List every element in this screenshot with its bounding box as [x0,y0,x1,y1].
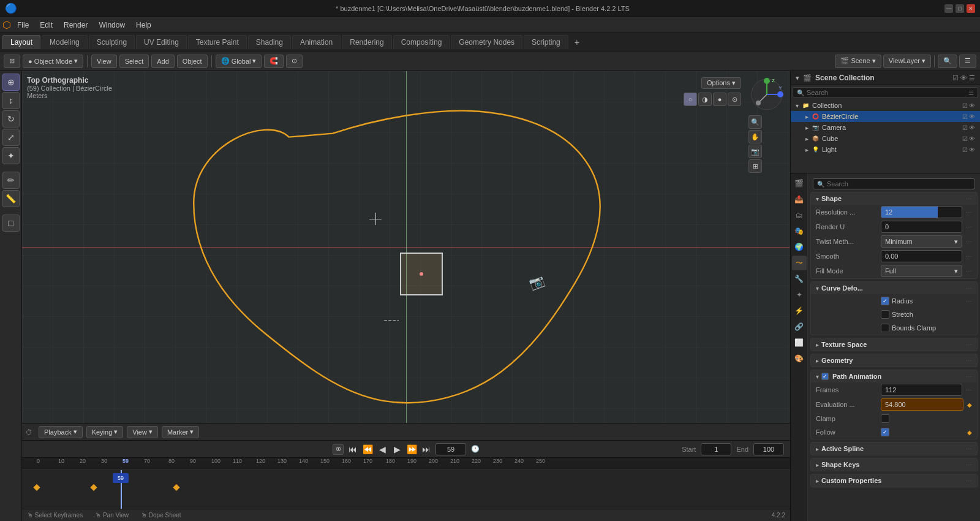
curve-deform-header[interactable]: ▾ Curve Defo... ⋯ [811,282,977,294]
overlay-toggle[interactable]: ⊙ [728,93,741,106]
menu-help[interactable]: Help [131,20,156,31]
mode-selector[interactable]: ● Object Mode ▾ [23,55,83,68]
view-menu-timeline[interactable]: View ▾ [127,426,158,438]
frames-input[interactable]: 112 [881,384,962,396]
timeline-content[interactable]: 59 [22,470,790,509]
follow-check[interactable] [881,428,889,436]
collection-eye[interactable]: 👁 [969,102,975,109]
props-tab-render[interactable]: 🎬 [792,176,807,191]
menu-render[interactable]: Render [59,20,92,31]
tab-sculpting[interactable]: Sculpting [89,35,135,49]
collection-check[interactable]: ☑ [962,102,968,109]
camera-check[interactable]: ☑ [962,124,968,131]
custom-props-header[interactable]: ▸ Custom Properties ⋯ [811,474,977,487]
end-frame[interactable]: 100 [753,443,784,455]
stretch-check[interactable] [881,310,889,319]
menu-edit[interactable]: Edit [35,20,58,31]
playback-menu[interactable]: Playback ▾ [39,426,83,438]
shape-keys-header[interactable]: ▸ Shape Keys ⋯ [811,458,977,471]
editor-type-button[interactable]: ⊞ [4,55,20,68]
shape-section-header[interactable]: ▾ Shape ⋯ [811,192,977,205]
rotate-tool[interactable]: ↻ [2,110,20,127]
prev-keyframe-button[interactable]: ⏪ [361,443,374,456]
props-tab-object-data[interactable]: 〜 [792,256,807,270]
tab-shading[interactable]: Shading [248,35,291,49]
tab-layout[interactable]: Layout [2,35,40,49]
current-frame-display[interactable]: 59 [435,443,466,455]
tab-modeling[interactable]: Modeling [42,35,88,49]
keyframe-2[interactable] [90,484,97,491]
minimize-button[interactable]: — [944,4,953,13]
viewport-shading-material[interactable]: ◑ [698,93,712,106]
props-tab-constraints[interactable]: 🔗 [792,319,807,334]
tab-texture-paint[interactable]: Texture Paint [188,35,247,49]
props-tab-scene[interactable]: 🎭 [792,224,807,238]
outliner-search-input[interactable] [807,89,966,96]
twist-dropdown[interactable]: Minimum ▾ [881,235,962,248]
play-button[interactable]: ▶ [390,443,404,456]
viewport-shading-solid[interactable]: ○ [684,93,697,106]
viewport[interactable]: Top Orthographic (59) Collection | Bézie… [22,71,790,423]
radius-check[interactable] [881,297,889,305]
light-eye[interactable]: 👁 [969,146,975,153]
render-u-input[interactable]: 0 [881,221,962,233]
fill-mode-dropdown[interactable]: Full ▾ [881,265,962,277]
outliner-collection[interactable]: ▾ 📁 Collection ☑ 👁 [791,100,980,111]
select-menu[interactable]: Select [119,55,149,68]
evaluation-input[interactable]: 54.800 [881,398,963,411]
snap-button[interactable]: 🧲 [264,55,284,68]
transform-global[interactable]: 🌐 Global ▾ [216,55,262,68]
outliner-cube[interactable]: ▸ 📦 Cube ☑ 👁 [791,133,980,144]
props-tab-view-layer[interactable]: 🗂 [792,208,807,222]
search-button[interactable]: 🔍 [938,55,957,68]
bezier-eye[interactable]: 👁 [969,113,975,120]
maximize-button[interactable]: □ [956,4,964,13]
jump-end-button[interactable]: ⏭ [420,443,433,456]
smooth-input[interactable]: 0.00 [881,250,962,262]
proportional-edit[interactable]: ⊙ [286,55,303,68]
tab-animation[interactable]: Animation [292,35,341,49]
tab-compositing[interactable]: Compositing [393,35,450,49]
outliner-bezier[interactable]: ▸ ⭕ BézierCircle ☑ 👁 [791,111,980,122]
geometry-header[interactable]: ▸ Geometry ⋯ [811,354,977,367]
tab-rendering[interactable]: Rendering [342,35,391,49]
viewport-shading-render[interactable]: ● [713,93,726,106]
texture-space-header[interactable]: ▸ Texture Space ⋯ [811,338,977,351]
scene-filter-icon[interactable]: ☰ [969,74,975,82]
cube-eye[interactable]: 👁 [969,135,975,142]
options-button[interactable]: Options ▾ [701,77,741,89]
bounds-clamp-check[interactable] [881,324,889,332]
outliner-light[interactable]: ▸ 💡 Light ☑ 👁 [791,144,980,155]
object-menu[interactable]: Object [177,55,208,68]
view-menu[interactable]: View [91,55,117,68]
menu-window[interactable]: Window [94,20,130,31]
close-button[interactable]: ✕ [967,4,975,13]
cube-check[interactable]: ☑ [962,135,968,142]
path-animation-header[interactable]: ▾ Path Animation ⋯ [811,370,977,382]
annotate-tool[interactable]: ✏ [2,172,20,189]
keying-menu[interactable]: Keying ▾ [86,426,124,438]
move-tool[interactable]: ↕ [2,92,20,109]
measure-tool[interactable]: 📏 [2,190,20,207]
active-spline-header[interactable]: ▸ Active Spline ⋯ [811,443,977,455]
add-menu[interactable]: Add [151,55,175,68]
props-tab-object[interactable]: ⬜ [792,335,807,350]
view-layer-selector[interactable]: ViewLayer ▾ [883,55,931,68]
axis-gizmo[interactable]: Y Z [748,76,785,113]
camera-eye[interactable]: 👁 [969,124,975,131]
props-tab-physics[interactable]: ⚡ [792,303,807,318]
camera-view-button[interactable]: 📷 [748,145,762,158]
outliner-camera[interactable]: ▸ 📷 Camera ☑ 👁 [791,122,980,133]
keyframe-3[interactable] [173,484,179,491]
keyframe-1[interactable] [33,484,40,491]
add-cube-tool[interactable]: □ [2,215,20,232]
marker-menu[interactable]: Marker ▾ [162,426,199,438]
jump-start-button[interactable]: ⏮ [346,443,360,456]
props-tab-modifier[interactable]: 🔧 [792,272,807,286]
record-button[interactable]: ⦿ [333,444,344,455]
props-tab-particles[interactable]: ✦ [792,287,807,302]
bezier-check[interactable]: ☑ [962,113,968,120]
light-check[interactable]: ☑ [962,146,968,153]
tab-geometry-nodes[interactable]: Geometry Nodes [451,35,522,49]
props-tab-world[interactable]: 🌍 [792,240,807,254]
